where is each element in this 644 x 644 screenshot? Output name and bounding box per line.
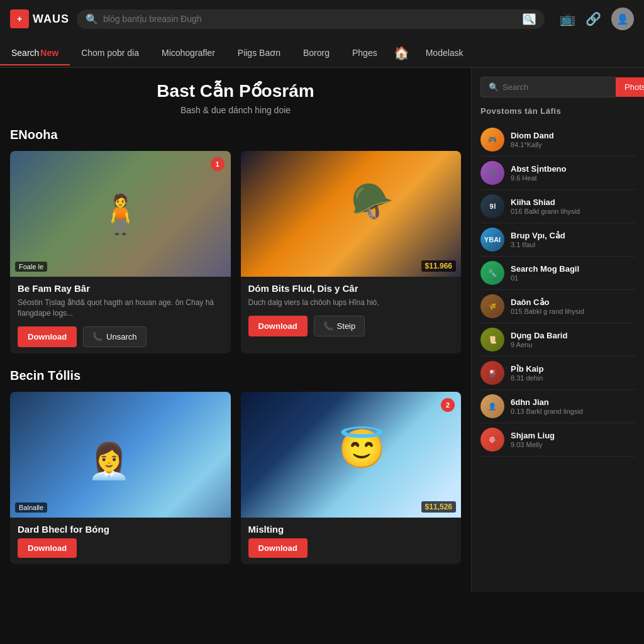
nav-item-modelask[interactable]: Modelask: [414, 40, 475, 65]
sidebar-avatar-3: YBAl: [480, 228, 504, 252]
game-card-4: 2 $11,526 Mislting Download: [241, 392, 462, 564]
card1-title: Be Fam Ray Bâr: [18, 283, 223, 294]
sidebar-search-button[interactable]: Phots: [616, 77, 644, 97]
nav-item-bororg[interactable]: Bororg: [292, 40, 341, 65]
header-search-bar: 🔍 🔍: [77, 9, 545, 29]
nav-bar: SearchNew Chom pobr dia Micohografler Pi…: [0, 38, 644, 68]
nav-home-icon[interactable]: 🏠: [389, 38, 414, 68]
sidebar-section-title: Povstoms tán Láfis: [480, 106, 635, 116]
logo-area: + WAUS: [10, 9, 69, 28]
sidebar-item-sub-0: 84.1*Kally: [511, 141, 635, 148]
header-search-button[interactable]: 🔍: [523, 13, 536, 25]
sidebar-item-5[interactable]: 🌾 Daôn Cảo 015 Babkl g rand lihysid: [480, 290, 635, 323]
game-card-1: 1 Foale le Be Fam Ray Bâr Séostin Tịslag…: [10, 151, 231, 353]
sidebar-item-info-7: Pỉb Kaip 8.31 dehin: [511, 364, 635, 382]
sidebar-search-wrapper: 🔍: [480, 77, 616, 97]
card2-download-button[interactable]: Download: [248, 316, 308, 336]
sidebar-avatar-1: 🎵: [480, 161, 504, 185]
nav-item-mico[interactable]: Micohografler: [150, 40, 226, 65]
nav-item-chom[interactable]: Chom pobr dia: [70, 40, 150, 65]
header: + WAUS 🔍 🔍 📺 🔗 👤: [0, 0, 644, 38]
content-area: Bast Cẫn Pổosrám Bash & due dánch hing d…: [0, 68, 471, 592]
nav-item-piigs[interactable]: Piigs Baơn: [226, 40, 292, 65]
sidebar-item-8[interactable]: 👤 6dhn Jian 0.13 Barkl grand lingsid: [480, 390, 635, 423]
game-card-3: Balnalle Dard Bhecl for Bóng Download: [10, 392, 231, 564]
sidebar-search: 🔍 Phots: [480, 77, 635, 97]
sidebar-item-name-9: Shjam Liug: [511, 431, 635, 440]
sidebar-item-sub-6: 9 Aenu: [511, 341, 635, 348]
card1-desc: Séostin Tịslag ắhd& quot hagth an houan …: [18, 297, 223, 319]
sidebar-item-info-8: 6dhn Jian 0.13 Barkl grand lingsid: [511, 397, 635, 415]
card3-overlay: Balnalle: [15, 502, 47, 513]
sidebar-search-icon: 🔍: [489, 82, 499, 92]
sidebar-item-sub-7: 8.31 dehin: [511, 374, 635, 382]
nav-item-search[interactable]: SearchNew: [0, 40, 70, 65]
avatar[interactable]: 👤: [611, 8, 634, 30]
sidebar-search-input[interactable]: [502, 82, 608, 92]
card1-download-button[interactable]: Download: [18, 326, 77, 347]
sidebar-list: 🎮 Diom Dand 84.1*Kally 🎵 Abst Sịntbeno 9…: [480, 123, 635, 457]
card4-image: 2 $11,526: [241, 392, 462, 518]
card3-download-button[interactable]: Download: [18, 538, 77, 558]
card1-badge: 1: [211, 157, 225, 171]
card2-body: Dóm Bits Flud, Dis y Câr Duch dalg viers…: [241, 277, 462, 343]
sidebar-item-name-6: Dụng Da Barid: [511, 331, 635, 340]
card2-image: $11.966: [241, 151, 462, 277]
sidebar-item-info-2: Kiiha Shiad 016 Balkl grann lihysid: [511, 197, 635, 215]
sidebar-avatar-6: 📜: [480, 328, 504, 352]
section2-title: Becin Tóllis: [10, 369, 461, 383]
sidebar-item-3[interactable]: YBAl Brup Vpı, Cảd 3.1 tĩaul: [480, 223, 635, 257]
nav-item-phges[interactable]: Phges: [341, 40, 389, 65]
sidebar-item-sub-9: 9.03 Melly: [511, 441, 635, 448]
sidebar-item-info-3: Brup Vpı, Cảd 3.1 tĩaul: [511, 231, 635, 248]
section1-title: ENooha: [10, 128, 461, 142]
sidebar-item-4[interactable]: 🔧 Search Mog Bagil 01: [480, 257, 635, 290]
phone-icon: 📞: [92, 332, 103, 341]
sidebar-item-name-8: 6dhn Jian: [511, 397, 635, 407]
sidebar-item-name-3: Brup Vpı, Cảd: [511, 231, 635, 240]
sidebar-avatar-8: 👤: [480, 394, 504, 418]
page-title: Bast Cẫn Pổosrám: [10, 80, 461, 101]
sidebar-item-name-7: Pỉb Kaip: [511, 364, 635, 374]
share-icon-button[interactable]: 🔗: [586, 11, 601, 26]
sidebar-avatar-0: 🎮: [480, 128, 504, 152]
header-icons: 📺 🔗 👤: [560, 8, 634, 30]
sidebar-item-1[interactable]: 🎵 Abst Sịntbeno 9.6 Heat: [480, 157, 635, 190]
sidebar-avatar-2: 9Ⅰ: [480, 194, 504, 218]
card3-image: Balnalle: [10, 392, 231, 518]
sidebar-item-name-1: Abst Sịntbeno: [511, 164, 635, 174]
logo-text: WAUS: [33, 13, 69, 26]
sidebar-item-2[interactable]: 9Ⅰ Kiiha Shiad 016 Balkl grann lihysid: [480, 190, 635, 223]
sidebar-item-sub-3: 3.1 tĩaul: [511, 241, 635, 248]
card1-secondary-button[interactable]: 📞 Unsarch: [83, 326, 146, 347]
card2-secondary-button[interactable]: 📞 Steip: [314, 316, 365, 336]
card4-price: $11,526: [421, 501, 456, 513]
card1-overlay: Foale le: [15, 262, 47, 272]
card4-badge: 2: [441, 398, 455, 412]
card3-actions: Download: [18, 538, 223, 558]
sidebar-item-info-9: Shjam Liug 9.03 Melly: [511, 431, 635, 448]
sidebar-item-name-5: Daôn Cảo: [511, 297, 635, 307]
sidebar-item-9[interactable]: 🎯 Shjam Liug 9.03 Melly: [480, 423, 635, 457]
card2-actions: Download 📞 Steip: [248, 316, 454, 336]
game-card-2: $11.966 Dóm Bits Flud, Dis y Câr Duch da…: [241, 151, 462, 353]
sidebar-item-info-6: Dụng Da Barid 9 Aenu: [511, 331, 635, 348]
cards-row-2: Balnalle Dard Bhecl for Bóng Download 2 …: [10, 392, 461, 564]
card4-download-button[interactable]: Download: [248, 538, 308, 558]
tv-icon-button[interactable]: 📺: [560, 11, 575, 26]
sidebar-item-info-5: Daôn Cảo 015 Babkl g rand lihysid: [511, 297, 635, 315]
sidebar-avatar-7: 🎴: [480, 361, 504, 385]
sidebar-item-0[interactable]: 🎮 Diom Dand 84.1*Kally: [480, 123, 635, 157]
sidebar-item-6[interactable]: 📜 Dụng Da Barid 9 Aenu: [480, 323, 635, 357]
logo-icon: +: [10, 9, 29, 28]
sidebar-item-sub-1: 9.6 Heat: [511, 174, 635, 182]
cards-row-1: 1 Foale le Be Fam Ray Bâr Séostin Tịslag…: [10, 151, 461, 353]
card2-title: Dóm Bits Flud, Dis y Câr: [248, 283, 454, 294]
card3-title: Dard Bhecl for Bóng: [18, 524, 223, 535]
sidebar-item-sub-8: 0.13 Barkl grand lingsid: [511, 408, 635, 415]
header-search-input[interactable]: [103, 14, 518, 24]
sidebar-item-7[interactable]: 🎴 Pỉb Kaip 8.31 dehin: [480, 357, 635, 390]
sidebar-item-info-4: Search Mog Bagil 01: [511, 264, 635, 282]
sidebar-avatar-9: 🎯: [480, 428, 504, 452]
card1-actions: Download 📞 Unsarch: [18, 326, 223, 347]
